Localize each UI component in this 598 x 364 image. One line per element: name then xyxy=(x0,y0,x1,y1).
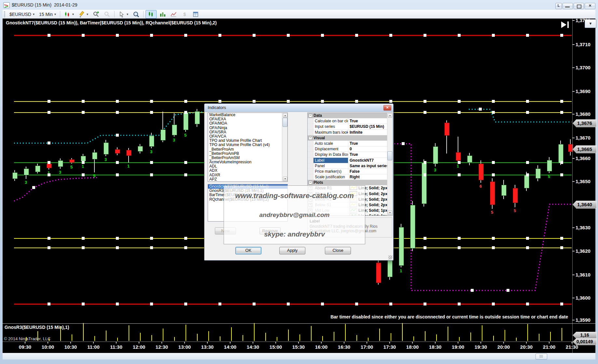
bar-style-dropdown[interactable]: ▾ xyxy=(62,10,76,18)
scrollbar-grip-button[interactable] xyxy=(535,354,547,359)
line-marker-square xyxy=(424,111,426,114)
interval-dropdown[interactable]: 15 Min ▾ xyxy=(37,11,58,18)
chart-style-line-button[interactable] xyxy=(168,10,179,18)
property-value[interactable]: True xyxy=(348,118,387,124)
horizontal-scrollbar[interactable] xyxy=(3,353,595,359)
row-gutter xyxy=(308,174,313,180)
property-row[interactable]: Price marker(s)False xyxy=(308,169,393,174)
property-value[interactable]: False xyxy=(348,169,387,174)
volume-spike xyxy=(345,324,346,341)
property-category[interactable]: −Data xyxy=(308,113,393,118)
price-tick-label: 1,3680 xyxy=(576,111,591,117)
row-gutter xyxy=(308,124,313,129)
data-grid-button[interactable] xyxy=(190,10,201,18)
indicator-list-item[interactable]: TPO and Volume Profile Chart (v4) xyxy=(208,143,287,147)
property-row[interactable]: Maximum bars lookInfinite xyxy=(308,130,393,135)
indicator-list-item[interactable]: _BetterProAm xyxy=(208,147,287,152)
chevron-down-icon: ▾ xyxy=(54,12,56,16)
scroll-thumb[interactable] xyxy=(387,151,392,160)
property-value[interactable]: $EURUSD (15 Min) xyxy=(348,124,387,129)
axis-dropdown-button[interactable]: ▼ xyxy=(585,19,596,28)
close-button[interactable]: ✕ xyxy=(585,3,595,9)
property-row[interactable]: LabelGnostickNT7 xyxy=(308,158,393,163)
collapse-icon[interactable]: − xyxy=(309,136,312,140)
property-row[interactable]: Auto scaleTrue xyxy=(308,141,393,146)
lock-button[interactable]: L xyxy=(555,3,562,9)
price-tick-label: 1,3600 xyxy=(576,295,591,301)
dialog-close-button[interactable]: ✕ xyxy=(383,105,391,111)
property-value[interactable]: True xyxy=(348,141,387,146)
property-category[interactable]: −Plots xyxy=(308,180,393,185)
restore-button[interactable] xyxy=(574,3,584,9)
chart-indicator-header: GnostickNT7($EURUSD (15 Min)), BarTimer(… xyxy=(6,20,217,25)
candle-count-label: 5 xyxy=(491,210,493,215)
dialog-resize-grip[interactable] xyxy=(388,255,392,259)
collapse-icon[interactable]: − xyxy=(309,114,312,117)
volume-spike xyxy=(459,337,460,341)
property-row[interactable]: Calculate on bar closTrue xyxy=(308,118,393,124)
line-marker-square xyxy=(287,100,290,103)
close-dialog-button[interactable]: Close xyxy=(325,247,351,254)
instrument-dropdown[interactable]: $EURUSD ▾ xyxy=(7,11,36,18)
line-marker-square xyxy=(526,303,529,305)
property-row[interactable]: PanelSame as input series xyxy=(308,163,393,169)
scroll-down-icon[interactable]: ▼ xyxy=(283,177,287,181)
scroll-thumb[interactable] xyxy=(283,118,287,127)
line-marker-square xyxy=(560,246,563,249)
line-marker-square xyxy=(560,161,563,164)
grid-icon xyxy=(192,11,199,18)
indicator-list-item[interactable]: OFA/Ninja xyxy=(208,126,287,130)
property-value[interactable]: Right xyxy=(348,174,387,180)
time-tick xyxy=(25,342,25,344)
property-row[interactable]: Displacement0 xyxy=(308,146,393,152)
property-value[interactable]: GnostickNT7 xyxy=(348,158,387,163)
cursor-dropdown[interactable]: ▾ xyxy=(117,10,130,18)
line-marker-square xyxy=(389,303,392,305)
available-indicators-list[interactable]: ▲ ▼ MarketBalanceOFA/EXAOFA/MOAOFA/Ninja… xyxy=(208,113,288,182)
scroll-up-icon[interactable]: ▲ xyxy=(388,113,392,118)
drawing-tools-dropdown[interactable]: ▾ xyxy=(76,10,90,18)
indicator-list-item[interactable]: OFA/MOA xyxy=(208,121,287,126)
indicator-list-item[interactable]: OFA/SRA xyxy=(208,130,287,134)
apply-button[interactable]: Apply xyxy=(279,247,305,254)
property-value[interactable]: True xyxy=(348,152,387,157)
candle-count-label: 3 xyxy=(25,180,27,185)
property-row[interactable]: Input series$EURUSD (15 Min) xyxy=(308,124,393,129)
indicator-list-item[interactable]: _BetterProAmPB xyxy=(208,152,287,156)
pencil-icon xyxy=(78,11,85,18)
chart-style-bar-button[interactable] xyxy=(157,10,168,18)
indicator-list-item[interactable]: ADX xyxy=(208,169,287,173)
data-box-button[interactable] xyxy=(131,10,141,18)
price-tick-label: 1,3610 xyxy=(576,272,591,277)
skip-to-end-icon[interactable] xyxy=(561,21,570,28)
volume-spike xyxy=(277,337,277,341)
property-value[interactable]: Infinite xyxy=(348,130,387,135)
property-row[interactable]: Scale justificationRight xyxy=(308,174,393,180)
volume-spike xyxy=(356,335,357,341)
indicator-list-item[interactable]: ADL xyxy=(208,164,287,169)
zoom-in-button[interactable] xyxy=(91,10,101,18)
propgrid-scrollbar[interactable]: ▲ ▼ xyxy=(387,113,393,215)
property-value[interactable]: 0 xyxy=(348,146,387,152)
dialog-titlebar[interactable]: Indicators ✕ xyxy=(204,104,393,112)
volume-spike xyxy=(106,330,106,341)
scroll-up-icon[interactable]: ▲ xyxy=(283,113,287,118)
dollar-button[interactable]: $ xyxy=(179,10,190,18)
minimize-button[interactable] xyxy=(563,3,573,9)
bar-timer-message: Bar timer disabled since either you are … xyxy=(330,314,568,319)
indicator-list-item[interactable]: ADXR xyxy=(208,173,287,177)
scroll-down-icon[interactable]: ▼ xyxy=(388,210,392,215)
property-value-text: False xyxy=(350,169,360,174)
property-category[interactable]: −Visual xyxy=(308,135,393,141)
toolbar-grip[interactable] xyxy=(4,11,5,17)
property-row[interactable]: Display in Data BoxTrue xyxy=(308,152,393,157)
collapse-icon[interactable]: − xyxy=(309,181,312,184)
zoom-out-button[interactable] xyxy=(102,10,112,18)
property-value[interactable]: Same as input series xyxy=(348,163,387,169)
chart-style-candle-button[interactable] xyxy=(146,10,157,19)
list-scrollbar[interactable]: ▲ ▼ xyxy=(282,113,287,182)
line-marker-square xyxy=(492,161,495,164)
ok-button[interactable]: OK xyxy=(235,247,261,254)
indicator-list-item[interactable]: AcmeVolumeImpression xyxy=(208,160,287,164)
indicator-list-item[interactable]: APZ xyxy=(208,177,287,182)
